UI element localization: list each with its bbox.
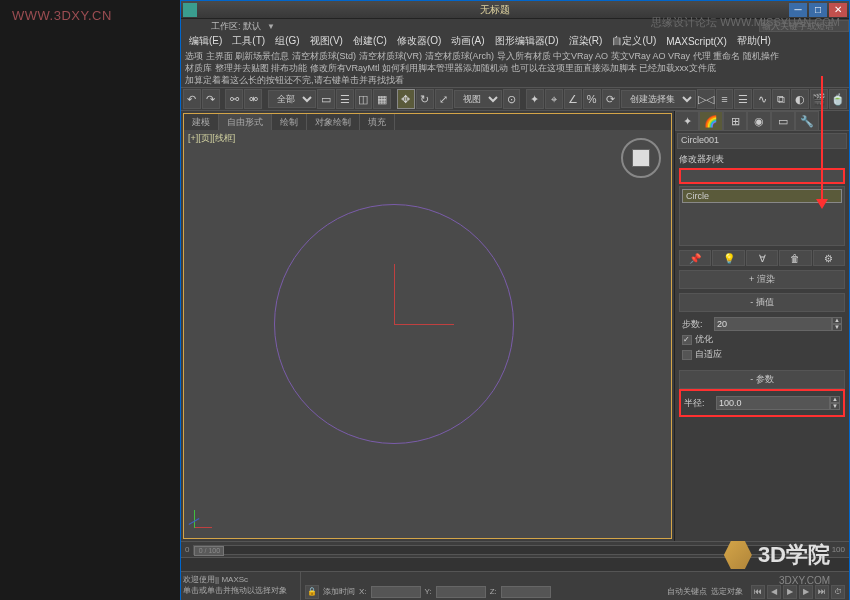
next-frame[interactable]: ▶ xyxy=(799,585,813,599)
menu-render[interactable]: 渲染(R) xyxy=(565,34,607,48)
steps-down[interactable]: ▼ xyxy=(832,324,842,331)
tab-create[interactable]: ✦ xyxy=(675,111,699,131)
viewport-label[interactable]: [+][页][线框] xyxy=(188,132,235,145)
autokey-button[interactable]: 自动关键点 xyxy=(667,586,707,597)
menu-modifiers[interactable]: 修改器(O) xyxy=(393,34,445,48)
rollout-render-header[interactable]: + 渲染 xyxy=(679,270,845,289)
rollout-params-header[interactable]: - 参数 xyxy=(679,370,845,389)
radius-up[interactable]: ▲ xyxy=(830,396,840,403)
render-button[interactable]: 🍵 xyxy=(829,89,847,109)
named-selection[interactable]: 创建选择集 xyxy=(621,90,696,108)
menu-animation[interactable]: 动画(A) xyxy=(447,34,488,48)
menu-views[interactable]: 视图(V) xyxy=(306,34,347,48)
cube-icon xyxy=(724,541,752,569)
menubar: 编辑(E) 工具(T) 组(G) 视图(V) 创建(C) 修改器(O) 动画(A… xyxy=(181,33,849,49)
menu-graph[interactable]: 图形编辑器(D) xyxy=(491,34,563,48)
viewport[interactable]: 建模 自由形式 绘制 对象绘制 填充 [+][页][线框] xyxy=(183,113,672,539)
show-result-button[interactable]: 💡 xyxy=(712,250,744,266)
time-start: 0 xyxy=(185,545,189,554)
tab-freeform[interactable]: 自由形式 xyxy=(219,114,272,130)
x-label: X: xyxy=(359,587,367,596)
select-name-button[interactable]: ☰ xyxy=(336,89,354,109)
tab-populate[interactable]: 填充 xyxy=(360,114,395,130)
menu-help[interactable]: 帮助(H) xyxy=(733,34,775,48)
rollout-interpolation: - 插值 步数: ▲▼ 优化 自适应 xyxy=(679,293,845,366)
tab-display[interactable]: ▭ xyxy=(771,111,795,131)
select-button[interactable]: ▭ xyxy=(317,89,335,109)
tab-paint[interactable]: 绘制 xyxy=(272,114,307,130)
schematic-button[interactable]: ⧉ xyxy=(772,89,790,109)
curve-editor-button[interactable]: ∿ xyxy=(753,89,771,109)
tab-motion[interactable]: ◉ xyxy=(747,111,771,131)
selection-filter[interactable]: 全部 xyxy=(268,90,316,108)
align-button[interactable]: ≡ xyxy=(716,89,734,109)
y-label: Y: xyxy=(425,587,432,596)
optimize-checkbox[interactable] xyxy=(682,335,692,345)
unlink-button[interactable]: ⚮ xyxy=(244,89,262,109)
scale-button[interactable]: ⤢ xyxy=(435,89,453,109)
percent-snap[interactable]: % xyxy=(583,89,601,109)
tab-object-paint[interactable]: 对象绘制 xyxy=(307,114,360,130)
sellock-dropdown[interactable]: 选定对象 xyxy=(711,586,743,597)
pivot-button[interactable]: ⊙ xyxy=(503,89,521,109)
time-handle[interactable]: 0 / 100 xyxy=(194,546,224,556)
script-row-2[interactable]: 材质库 整理并去贴图 排布功能 修改所有VRayMtl 如何利用脚本管理器添加随… xyxy=(185,62,845,74)
link-button[interactable]: ⚯ xyxy=(225,89,243,109)
radius-spinner[interactable]: ▲▼ xyxy=(716,396,840,410)
goto-start[interactable]: ⏮ xyxy=(751,585,765,599)
menu-maxscript[interactable]: MAXScript(X) xyxy=(662,36,731,47)
material-editor-button[interactable]: ◐ xyxy=(791,89,809,109)
rotate-button[interactable]: ↻ xyxy=(416,89,434,109)
manipulate-button[interactable]: ✦ xyxy=(526,89,544,109)
mirror-button[interactable]: ▷◁ xyxy=(697,89,715,109)
z-input[interactable] xyxy=(501,586,551,598)
redo-button[interactable]: ↷ xyxy=(202,89,220,109)
welcome-text: 欢迎使用|| MAXSc xyxy=(183,574,298,585)
menu-group[interactable]: 组(G) xyxy=(271,34,303,48)
adaptive-checkbox[interactable] xyxy=(682,350,692,360)
window-crossing-button[interactable]: ▦ xyxy=(373,89,391,109)
rollout-interp-header[interactable]: - 插值 xyxy=(679,293,845,312)
tab-hierarchy[interactable]: ⊞ xyxy=(723,111,747,131)
tab-modeling[interactable]: 建模 xyxy=(184,114,219,130)
menu-customize[interactable]: 自定义(U) xyxy=(608,34,660,48)
script-row-1[interactable]: 选项 主界面 刷新场景信息 清空材质球(Std) 清空材质球(VR) 清空材质球… xyxy=(185,50,845,62)
select-region-button[interactable]: ◫ xyxy=(355,89,373,109)
workspace-label: 工作区: 默认 xyxy=(211,20,261,33)
play-button[interactable]: ▶ xyxy=(783,585,797,599)
radius-down[interactable]: ▼ xyxy=(830,403,840,410)
pin-stack-button[interactable]: 📌 xyxy=(679,250,711,266)
menu-create[interactable]: 创建(C) xyxy=(349,34,391,48)
menu-edit[interactable]: 编辑(E) xyxy=(185,34,226,48)
tab-utilities[interactable]: 🔧 xyxy=(795,111,819,131)
snap-toggle[interactable]: ⌖ xyxy=(545,89,563,109)
radius-label: 半径: xyxy=(684,397,714,410)
workspace-dropdown[interactable]: ▼ xyxy=(267,22,275,31)
prev-frame[interactable]: ◀ xyxy=(767,585,781,599)
configure-button[interactable]: ⚙ xyxy=(813,250,845,266)
steps-spinner[interactable]: ▲▼ xyxy=(714,317,842,331)
undo-button[interactable]: ↶ xyxy=(183,89,201,109)
time-config[interactable]: ⏱ xyxy=(831,585,845,599)
move-button[interactable]: ✥ xyxy=(397,89,415,109)
layer-button[interactable]: ☰ xyxy=(734,89,752,109)
tab-modify[interactable]: 🌈 xyxy=(699,111,723,131)
rollout-render: + 渲染 xyxy=(679,270,845,289)
viewcube[interactable] xyxy=(621,138,661,178)
y-input[interactable] xyxy=(436,586,486,598)
render-setup-button[interactable]: 🎬 xyxy=(810,89,828,109)
script-row-3[interactable]: 加算定着着这么长的按钮还不完,请右键单击并再找找看 xyxy=(185,74,845,86)
steps-up[interactable]: ▲ xyxy=(832,317,842,324)
x-input[interactable] xyxy=(371,586,421,598)
radius-input[interactable] xyxy=(716,396,830,410)
angle-snap[interactable]: ∠ xyxy=(564,89,582,109)
app-icon[interactable] xyxy=(183,3,197,17)
menu-tools[interactable]: 工具(T) xyxy=(228,34,269,48)
ref-coord-system[interactable]: 视图 xyxy=(454,90,502,108)
spinner-snap[interactable]: ⟳ xyxy=(602,89,620,109)
goto-end[interactable]: ⏭ xyxy=(815,585,829,599)
lock-selection[interactable]: 🔒 xyxy=(305,585,319,599)
steps-input[interactable] xyxy=(714,317,832,331)
unique-button[interactable]: ∀ xyxy=(746,250,778,266)
remove-mod-button[interactable]: 🗑 xyxy=(779,250,811,266)
